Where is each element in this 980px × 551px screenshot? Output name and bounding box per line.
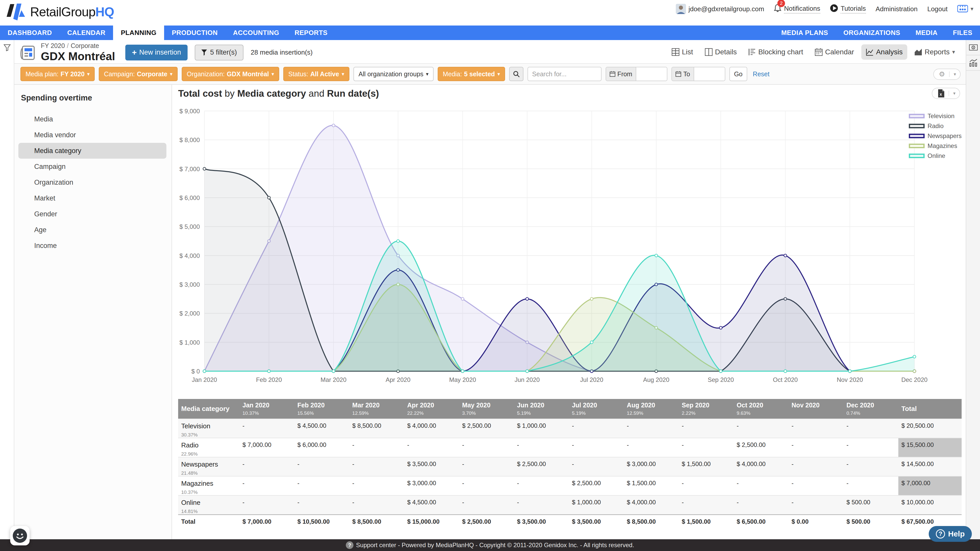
app-logo[interactable]: RetailGroupHQ — [6, 3, 114, 21]
view-reports[interactable]: Reports ▾ — [910, 44, 959, 60]
view-list[interactable]: List — [667, 44, 698, 60]
date-from-input[interactable] — [636, 67, 667, 81]
filter-media-plan[interactable]: Media plan:FY 2020▾ — [21, 67, 95, 81]
user-account[interactable]: jdoe@gdxretailgroup.com — [676, 4, 764, 14]
money-icon[interactable] — [966, 40, 980, 56]
cell-value: - — [239, 419, 294, 438]
svg-text:Dec 2020: Dec 2020 — [901, 376, 928, 383]
table-row-newspapers: Newspapers21.48%---$ 3,500.00-$ 2,500.00… — [178, 457, 962, 476]
svg-text:Sep 2020: Sep 2020 — [708, 376, 734, 383]
col-header-aug-2020: Aug 202012.59% — [624, 399, 679, 419]
filter-settings-button[interactable]: ⚙ ▾ — [933, 68, 961, 80]
search-button[interactable] — [509, 67, 523, 81]
help-button[interactable]: ? Help — [929, 526, 972, 542]
cell-value: - — [294, 476, 349, 495]
sidebar-item-media-vendor[interactable]: Media vendor — [18, 127, 166, 143]
filter-org-groups[interactable]: All organization groups▾ — [353, 67, 434, 81]
legend-item-television[interactable]: Television — [909, 113, 962, 120]
sidebar-item-media-category[interactable]: Media category — [18, 143, 166, 159]
total-row-label: Total — [178, 515, 239, 530]
chat-widget-button[interactable] — [10, 526, 30, 545]
notifications-link[interactable]: 2 Notifications — [774, 4, 820, 14]
filter-organization[interactable]: Organization:GDX Montréal▾ — [182, 67, 279, 81]
filter-media[interactable]: Media:5 selected▾ — [438, 67, 505, 81]
cell-row-total: $ 10,000.00 — [898, 495, 962, 515]
view-analysis[interactable]: Analysis — [861, 44, 907, 60]
sidebar-item-market[interactable]: Market — [18, 190, 166, 206]
sidebar-item-gender[interactable]: Gender — [18, 206, 166, 222]
caret-down-icon: ▾ — [170, 71, 172, 77]
cell-value: - — [569, 457, 624, 476]
filter-campaign[interactable]: Campaign:Corporate▾ — [99, 67, 177, 81]
nav-item-accounting[interactable]: ACCOUNTING — [225, 25, 287, 40]
cell-value: $ 2,500.00 — [514, 457, 569, 476]
go-button[interactable]: Go — [729, 67, 747, 81]
stats-icon[interactable] — [966, 56, 980, 71]
legend-swatch-icon — [909, 154, 924, 158]
legend-item-radio[interactable]: Radio — [909, 122, 962, 130]
legend-swatch-icon — [909, 124, 924, 128]
svg-text:$ 5,000: $ 5,000 — [180, 223, 200, 230]
svg-text:Jun 2020: Jun 2020 — [514, 376, 540, 383]
cell-total-value: $ 8,500.00 — [349, 515, 404, 530]
chart-legend: TelevisionRadioNewspapersMagazinesOnline — [909, 113, 962, 159]
svg-text:Mar 2020: Mar 2020 — [321, 376, 346, 383]
date-to-label: To — [672, 67, 694, 81]
legend-item-newspapers[interactable]: Newspapers — [909, 132, 962, 140]
cell-value: - — [294, 457, 349, 476]
nav-item-reports[interactable]: REPORTS — [287, 25, 335, 40]
nav-item-calendar[interactable]: CALENDAR — [60, 25, 113, 40]
tutorials-link[interactable]: Tutorials — [830, 4, 866, 14]
administration-link[interactable]: Administration — [876, 5, 918, 13]
nav-right: MEDIA PLANSORGANIZATIONSMEDIAFILES — [773, 25, 980, 40]
nav-item-media[interactable]: MEDIA — [908, 25, 945, 40]
new-insertion-button[interactable]: + New insertion — [125, 44, 188, 60]
chart-canvas: $ 0$ 1,000$ 2,000$ 3,000$ 4,000$ 5,000$ … — [172, 103, 966, 386]
view-details[interactable]: Details — [700, 44, 741, 60]
nav-item-files[interactable]: FILES — [945, 25, 980, 40]
sidebar-item-media[interactable]: Media — [18, 111, 166, 127]
columns-icon — [705, 48, 713, 56]
cell-total-value: $ 1,500.00 — [679, 515, 733, 530]
sidebar-item-campaign[interactable]: Campaign — [18, 159, 166, 175]
date-to-input[interactable] — [694, 67, 725, 81]
cell-value: - — [624, 419, 679, 438]
search-input[interactable] — [528, 67, 601, 81]
organization-switcher[interactable]: ▾ — [957, 4, 974, 14]
question-icon: ? — [936, 529, 945, 538]
breadcrumb[interactable]: FY 2020/Corporate — [41, 42, 115, 49]
logout-link[interactable]: Logout — [927, 5, 948, 13]
nav-item-dashboard[interactable]: DASHBOARD — [0, 25, 60, 40]
cell-value: - — [679, 438, 733, 457]
col-header-jul-2020: Jul 20205.19% — [569, 399, 624, 419]
cell-total-value: $ 6,500.00 — [733, 515, 788, 530]
sidebar: Spending overtime MediaMedia vendorMedia… — [14, 85, 172, 539]
svg-text:Apr 2020: Apr 2020 — [386, 376, 410, 383]
insertions-count: 28 media insertion(s) — [251, 48, 313, 56]
cell-value: - — [789, 476, 843, 495]
right-rail — [966, 40, 980, 539]
footer: ? Support center - Powered by MediaPlanH… — [0, 539, 980, 551]
filter-icon[interactable] — [0, 40, 14, 56]
sidebar-item-organization[interactable]: Organization — [18, 175, 166, 190]
cell-value: - — [789, 495, 843, 515]
reset-link[interactable]: Reset — [753, 70, 770, 78]
sidebar-item-income[interactable]: Income — [18, 238, 166, 254]
sidebar-item-age[interactable]: Age — [18, 222, 166, 238]
nav-item-planning[interactable]: PLANNING — [113, 25, 164, 40]
view-blocking-chart[interactable]: Blocking chart — [744, 44, 808, 60]
legend-item-magazines[interactable]: Magazines — [909, 142, 962, 149]
legend-item-online[interactable]: Online — [909, 152, 962, 159]
calendar-icon — [610, 71, 615, 77]
cell-value: - — [239, 476, 294, 495]
filter-status[interactable]: Status:All Active▾ — [283, 67, 349, 81]
view-calendar[interactable]: Calendar — [810, 44, 859, 60]
cell-value: $ 3,500.00 — [404, 457, 459, 476]
nav-item-media-plans[interactable]: MEDIA PLANS — [773, 25, 836, 40]
svg-text:$ 2,000: $ 2,000 — [180, 310, 200, 317]
cell-value: $ 1,000.00 — [569, 495, 624, 515]
chart-export-button[interactable]: x ▾ — [932, 88, 960, 99]
filters-button[interactable]: 5 filter(s) — [195, 44, 243, 60]
nav-item-organizations[interactable]: ORGANIZATIONS — [836, 25, 908, 40]
nav-item-production[interactable]: PRODUCTION — [164, 25, 225, 40]
